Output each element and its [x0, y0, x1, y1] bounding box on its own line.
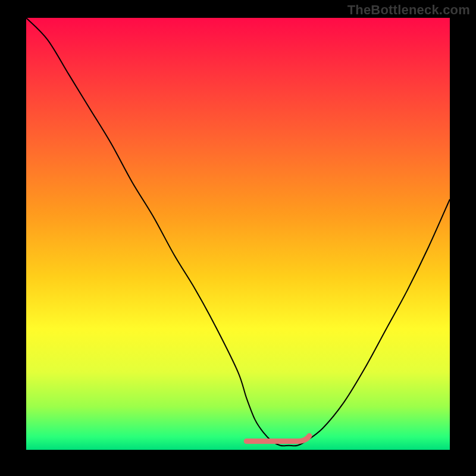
plot-area	[26, 18, 450, 450]
gradient-background	[26, 18, 450, 450]
watermark-text: TheBottleneck.com	[347, 2, 470, 18]
chart-frame: TheBottleneck.com	[0, 0, 476, 476]
bottleneck-chart	[26, 18, 450, 450]
